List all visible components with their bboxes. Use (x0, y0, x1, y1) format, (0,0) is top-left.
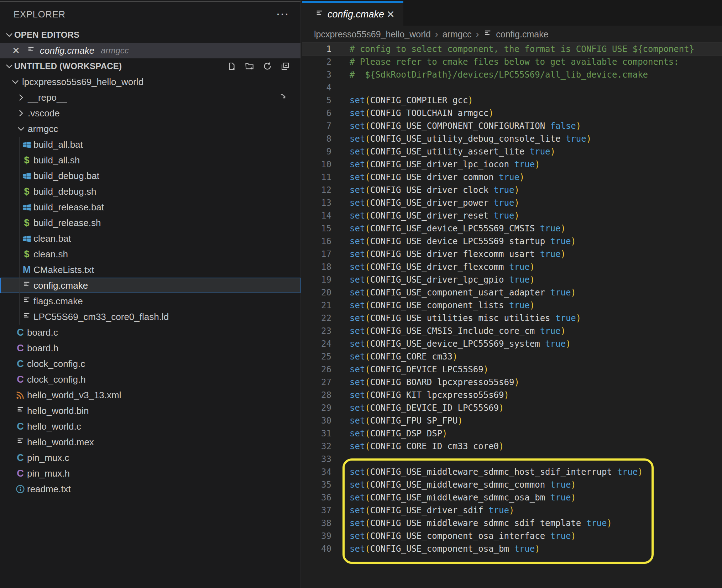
tree-file-clean-sh[interactable]: $clean.sh (0, 246, 300, 262)
tree-file-board-h[interactable]: Cboard.h (0, 340, 300, 356)
line-number: 39 (302, 530, 331, 542)
code-line-11[interactable]: 11set(CONFIG_USE_driver_common true) (302, 171, 722, 184)
code-line-39[interactable]: 39set(CONFIG_USE_component_osa_interface… (302, 530, 722, 542)
tree-file-pin-mux-c[interactable]: Cpin_mux.c (0, 450, 300, 466)
tree-item-label: hello_world.mex (27, 437, 94, 448)
tree-file-build-release-bat[interactable]: build_release.bat (0, 199, 300, 215)
code-line-40[interactable]: 40set(CONFIG_USE_component_osa_bm true) (302, 542, 722, 555)
line-number: 12 (302, 184, 331, 196)
code-line-36[interactable]: 36set(CONFIG_USE_middleware_sdmmc_osa_bm… (302, 491, 722, 504)
code-line-17[interactable]: 17set(CONFIG_USE_driver_flexcomm_usart t… (302, 248, 722, 261)
open-editors-header[interactable]: OPEN EDITORS (0, 27, 300, 43)
collapse-all-icon[interactable] (279, 60, 291, 72)
code-line-31[interactable]: 31set(CONFIG_DSP DSP) (302, 427, 722, 440)
code-line-28[interactable]: 28set(CONFIG_KIT lpcxpresso55s69) (302, 389, 722, 401)
line-number: 27 (302, 376, 331, 389)
tree-file-build-all-bat[interactable]: build_all.bat (0, 137, 300, 152)
tree-file-readme-txt[interactable]: readme.txt (0, 481, 300, 497)
tree-file-hello-world-c[interactable]: Chello_world.c (0, 419, 300, 434)
code-line-9[interactable]: 9set(CONFIG_USE_utility_assert_lite true… (302, 145, 722, 158)
code-line-14[interactable]: 14set(CONFIG_USE_driver_reset true) (302, 209, 722, 222)
refresh-icon[interactable] (261, 60, 273, 72)
tree-file-clean-bat[interactable]: clean.bat (0, 231, 300, 246)
tree-file-hello-world-mex[interactable]: hello_world.mex (0, 434, 300, 450)
tree-file-build-release-sh[interactable]: $build_release.sh (0, 215, 300, 231)
tree-file-clock-config-c[interactable]: Cclock_config.c (0, 356, 300, 372)
tree-folder-armgcc[interactable]: armgcc (0, 121, 300, 137)
file-icon (483, 30, 492, 39)
line-number: 7 (302, 120, 331, 132)
code-line-26[interactable]: 26set(CONFIG_DEVICE LPC55S69) (302, 363, 722, 376)
code-line-38[interactable]: 38set(CONFIG_USE_middleware_sdmmc_sdif_t… (302, 517, 722, 530)
code-line-10[interactable]: 10set(CONFIG_USE_driver_lpc_iocon true) (302, 158, 722, 171)
tree-file-flags-cmake[interactable]: flags.cmake (0, 293, 300, 309)
tree-file-lpc55s69-cm33-core0-flash-ld[interactable]: LPC55S69_cm33_core0_flash.ld (0, 309, 300, 325)
code-line-18[interactable]: 18set(CONFIG_USE_driver_flexcomm true) (302, 261, 722, 273)
code-line-22[interactable]: 22set(CONFIG_USE_utilities_misc_utilitie… (302, 312, 722, 325)
close-icon[interactable]: ✕ (12, 45, 26, 56)
code-line-7[interactable]: 7set(CONFIG_USE_COMPONENT_CONFIGURATION … (302, 120, 722, 132)
tree-file-build-all-sh[interactable]: $build_all.sh (0, 152, 300, 168)
code-line-2[interactable]: 2# Please refer to cmake files below to … (302, 56, 722, 68)
code-line-32[interactable]: 32set(CONFIG_CORE_ID cm33_core0) (302, 440, 722, 453)
tree-file-config-cmake[interactable]: config.cmake (0, 278, 300, 293)
tree-file-pin-mux-h[interactable]: Cpin_mux.h (0, 466, 300, 481)
file-icon (315, 10, 328, 19)
code-line-6[interactable]: 6set(CONFIG_TOOLCHAIN armgcc) (302, 107, 722, 120)
code-line-24[interactable]: 24set(CONFIG_USE_device_LPC55S69_system … (302, 337, 722, 350)
code-line-37[interactable]: 37set(CONFIG_USE_driver_sdif true) (302, 504, 722, 517)
open-editor-item[interactable]: ✕ config.cmake armgcc (0, 43, 300, 58)
tree-folder--repo-[interactable]: __repo__ (0, 90, 300, 105)
tree-file-build-debug-sh[interactable]: $build_debug.sh (0, 184, 300, 199)
code-line-33[interactable]: 33 (302, 453, 722, 466)
file-icon (21, 281, 32, 290)
code-line-25[interactable]: 25set(CONFIG_CORE cm33) (302, 350, 722, 363)
line-content: set(CONFIG_USE_utility_debug_console_lit… (331, 132, 591, 145)
code-line-30[interactable]: 30set(CONFIG_FPU SP_FPU) (302, 414, 722, 427)
new-file-icon[interactable] (226, 60, 238, 72)
c-icon: C (15, 358, 26, 369)
tree-folder-lpcxpresso55s69-hello-world[interactable]: lpcxpresso55s69_hello_world (0, 74, 300, 90)
code-line-4[interactable]: 4 (302, 81, 722, 94)
tree-file-board-c[interactable]: Cboard.c (0, 325, 300, 340)
h-icon: C (15, 374, 26, 385)
code-line-35[interactable]: 35set(CONFIG_USE_middleware_sdmmc_common… (302, 478, 722, 491)
breadcrumb-item[interactable]: lpcxpresso55s69_hello_world (314, 29, 431, 40)
tree-file-cmakelists-txt[interactable]: MCMakeLists.txt (0, 262, 300, 278)
code-line-1[interactable]: 1# config to select component, the forma… (302, 43, 722, 56)
tree-file-hello-world-v3-13-xml[interactable]: hello_world_v3_13.xml (0, 387, 300, 403)
tree-file-build-debug-bat[interactable]: build_debug.bat (0, 168, 300, 184)
shell-icon: $ (21, 186, 32, 197)
line-content: set(CONFIG_KIT lpcxpresso55s69) (331, 389, 509, 401)
code-line-15[interactable]: 15set(CONFIG_USE_device_LPC55S69_CMSIS t… (302, 222, 722, 235)
tab-config-cmake[interactable]: config.cmake ✕ (302, 1, 403, 26)
workspace-header[interactable]: UNTITLED (WORKSPACE) (0, 58, 300, 74)
tree-folder--vscode[interactable]: .vscode (0, 105, 300, 121)
code-line-29[interactable]: 29set(CONFIG_DEVICE_ID LPC55S69) (302, 401, 722, 414)
tree-item-label: pin_mux.c (27, 452, 69, 463)
code-line-20[interactable]: 20set(CONFIG_USE_component_usart_adapter… (302, 286, 722, 299)
line-content: # config to select component, the format… (331, 43, 694, 56)
code-line-12[interactable]: 12set(CONFIG_USE_driver_clock true) (302, 184, 722, 196)
code-editor[interactable]: 1# config to select component, the forma… (302, 43, 722, 555)
line-number: 32 (302, 440, 331, 453)
code-line-27[interactable]: 27set(CONFIG_BOARD lpcxpresso55s69) (302, 376, 722, 389)
code-line-21[interactable]: 21set(CONFIG_USE_component_lists true) (302, 299, 722, 312)
breadcrumb-item[interactable]: config.cmake (496, 29, 548, 40)
tree-file-hello-world-bin[interactable]: hello_world.bin (0, 403, 300, 419)
code-line-34[interactable]: 34set(CONFIG_USE_middleware_sdmmc_host_s… (302, 466, 722, 478)
code-line-8[interactable]: 8set(CONFIG_USE_utility_debug_console_li… (302, 132, 722, 145)
new-folder-icon[interactable] (244, 60, 256, 72)
tree-file-clock-config-h[interactable]: Cclock_config.h (0, 372, 300, 387)
breadcrumb-item[interactable]: armgcc (443, 29, 472, 40)
file-icon (15, 406, 26, 415)
more-actions-icon[interactable]: ⋯ (276, 11, 290, 18)
code-line-19[interactable]: 19set(CONFIG_USE_driver_lpc_gpio true) (302, 273, 722, 286)
code-line-13[interactable]: 13set(CONFIG_USE_driver_power true) (302, 196, 722, 209)
line-number: 21 (302, 299, 331, 312)
close-icon[interactable]: ✕ (387, 9, 395, 20)
code-line-16[interactable]: 16set(CONFIG_USE_device_LPC55S69_startup… (302, 235, 722, 248)
code-line-5[interactable]: 5set(CONFIG_COMPILER gcc) (302, 94, 722, 107)
code-line-3[interactable]: 3# ${SdkRootDirPath}/devices/LPC55S69/al… (302, 68, 722, 81)
code-line-23[interactable]: 23set(CONFIG_USE_CMSIS_Include_core_cm t… (302, 325, 722, 337)
